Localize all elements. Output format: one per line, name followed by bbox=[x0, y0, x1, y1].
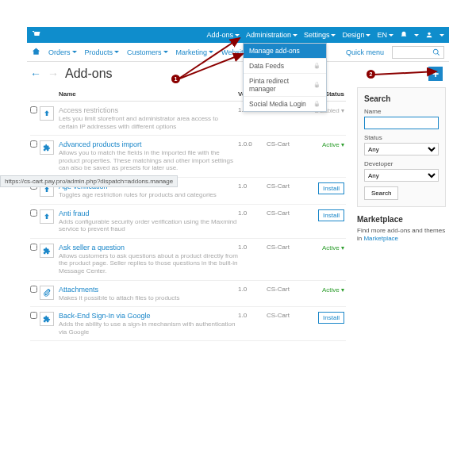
search-panel: Search Name Status Any Developer Any Sea… bbox=[357, 87, 446, 207]
topmenu-administration[interactable]: Administration bbox=[246, 31, 298, 39]
addons-dropdown: Manage add-ons Data Feeds Pinta redirect… bbox=[243, 43, 327, 112]
search-title: Search bbox=[364, 94, 439, 103]
topmenu-addons[interactable]: Add-ons bbox=[206, 31, 240, 39]
addon-version: 1.0 bbox=[238, 286, 267, 293]
addon-desc: Makes it possible to attach files to pro… bbox=[59, 294, 238, 302]
search-button[interactable]: Search bbox=[364, 186, 398, 200]
addon-link[interactable]: Anti fraud bbox=[59, 209, 90, 217]
search-icon bbox=[432, 48, 440, 56]
table-row: AttachmentsMakes it possible to attach f… bbox=[30, 281, 346, 308]
back-button[interactable]: ← bbox=[30, 67, 41, 80]
addon-dev: CS-Cart bbox=[267, 286, 309, 293]
addon-version: 1.0 bbox=[238, 312, 267, 319]
subbar: Orders Products Customers Marketing Webs… bbox=[27, 43, 449, 62]
addon-icon bbox=[40, 106, 54, 121]
addon-link[interactable]: Back-End Sign-In via Google bbox=[59, 312, 151, 320]
topbar: Add-ons Administration Settings Design E… bbox=[27, 27, 449, 43]
dropdown-social-login[interactable]: Social Media Login bbox=[244, 96, 326, 111]
addon-icon bbox=[40, 286, 54, 300]
page-title: Add-ons bbox=[65, 67, 113, 81]
nav-marketing[interactable]: Marketing bbox=[176, 48, 214, 56]
user-icon[interactable] bbox=[425, 31, 433, 39]
addon-desc: Adds configurable security order verific… bbox=[59, 218, 238, 233]
status-url: https://cs-cart.pay.pro/admin.php?dispat… bbox=[0, 175, 178, 187]
row-checkbox[interactable] bbox=[30, 209, 37, 217]
addon-link[interactable]: Advanced products import bbox=[59, 140, 142, 148]
addon-link[interactable]: Ask seller a question bbox=[59, 244, 125, 251]
addon-version: 1.0 bbox=[238, 182, 267, 190]
search-status-label: Status bbox=[364, 134, 439, 141]
col-name[interactable]: Name bbox=[59, 90, 238, 98]
addon-version: 1.0 bbox=[238, 244, 267, 251]
add-button[interactable]: + bbox=[428, 67, 443, 81]
topmenu-settings[interactable]: Settings bbox=[304, 31, 336, 39]
table-row: Anti fraudAdds configurable security ord… bbox=[30, 205, 346, 239]
addon-desc: Allows customers to ask questions about … bbox=[59, 252, 238, 275]
addon-desc: Allows you to match the fields in the im… bbox=[59, 149, 238, 172]
addons-table: Name Version Developer Status Access res… bbox=[30, 87, 346, 341]
row-checkbox[interactable] bbox=[30, 286, 37, 293]
topmenu-lang[interactable]: EN bbox=[377, 31, 393, 39]
table-row: Back-End Sign-In via GoogleAdds the abil… bbox=[30, 307, 346, 341]
search-dev-label: Developer bbox=[364, 160, 439, 167]
annotation-marker-2: 2 bbox=[367, 70, 375, 79]
bell-icon[interactable] bbox=[400, 31, 408, 39]
addon-dev: CS-Cart bbox=[267, 244, 309, 251]
global-search[interactable] bbox=[392, 46, 444, 59]
market-link[interactable]: Marketplace bbox=[363, 235, 398, 242]
addon-dev: CS-Cart bbox=[267, 182, 309, 190]
topmenu-design[interactable]: Design bbox=[342, 31, 370, 39]
market-title: Marketplace bbox=[357, 215, 446, 224]
search-name-label: Name bbox=[364, 108, 439, 115]
status-active[interactable]: Active ▾ bbox=[322, 286, 344, 294]
addon-dev: CS-Cart bbox=[267, 209, 309, 217]
addon-desc: Toggles age restriction rules for produc… bbox=[59, 191, 238, 199]
search-status-select[interactable]: Any bbox=[364, 143, 439, 155]
nav-products[interactable]: Products bbox=[85, 48, 120, 56]
addon-version: 1.0.0 bbox=[238, 140, 267, 148]
status-active[interactable]: Active ▾ bbox=[322, 244, 344, 251]
addon-icon bbox=[40, 209, 54, 224]
marketplace-panel: Marketplace Find more add-ons and themes… bbox=[357, 215, 446, 244]
home-icon[interactable] bbox=[32, 47, 40, 57]
dropdown-pinta-redirect[interactable]: Pinta redirect manager bbox=[244, 73, 326, 96]
dropdown-manage-addons[interactable]: Manage add-ons bbox=[244, 44, 326, 58]
row-checkbox[interactable] bbox=[30, 140, 37, 148]
addon-icon bbox=[40, 244, 54, 258]
table-row: Ask seller a questionAllows customers to… bbox=[30, 239, 346, 281]
svg-point-0 bbox=[428, 33, 430, 35]
addon-desc: Adds the ability to use a sign-in mechan… bbox=[59, 321, 238, 336]
cart-icon bbox=[32, 30, 41, 40]
annotation-marker-1: 1 bbox=[171, 75, 180, 83]
addon-icon bbox=[40, 312, 54, 326]
dropdown-data-feeds[interactable]: Data Feeds bbox=[244, 58, 326, 73]
install-button[interactable]: Install bbox=[318, 312, 344, 324]
row-checkbox[interactable] bbox=[30, 312, 37, 319]
addon-dev: CS-Cart bbox=[267, 140, 309, 148]
addon-link[interactable]: Access restrictions bbox=[59, 106, 118, 114]
nav-orders[interactable]: Orders bbox=[48, 48, 77, 56]
quick-menu[interactable]: Quick menu bbox=[346, 48, 384, 56]
addon-link[interactable]: Attachments bbox=[59, 286, 98, 294]
page-header: ← → Add-ons + bbox=[27, 62, 449, 87]
addon-version: 1.0 bbox=[238, 209, 267, 217]
forward-button[interactable]: → bbox=[48, 67, 59, 80]
row-checkbox[interactable] bbox=[30, 106, 37, 113]
status-active[interactable]: Active ▾ bbox=[322, 141, 344, 148]
row-checkbox[interactable] bbox=[30, 244, 37, 251]
addon-icon bbox=[40, 140, 54, 155]
table-row: Advanced products importAllows you to ma… bbox=[30, 136, 346, 178]
search-name-input[interactable] bbox=[364, 117, 439, 129]
search-dev-select[interactable]: Any bbox=[364, 169, 439, 182]
addon-desc: Lets you limit storefront and administra… bbox=[59, 115, 238, 130]
nav-customers[interactable]: Customers bbox=[127, 48, 168, 56]
install-button[interactable]: Install bbox=[318, 182, 344, 194]
addon-dev: CS-Cart bbox=[267, 312, 309, 319]
install-button[interactable]: Install bbox=[318, 209, 344, 221]
